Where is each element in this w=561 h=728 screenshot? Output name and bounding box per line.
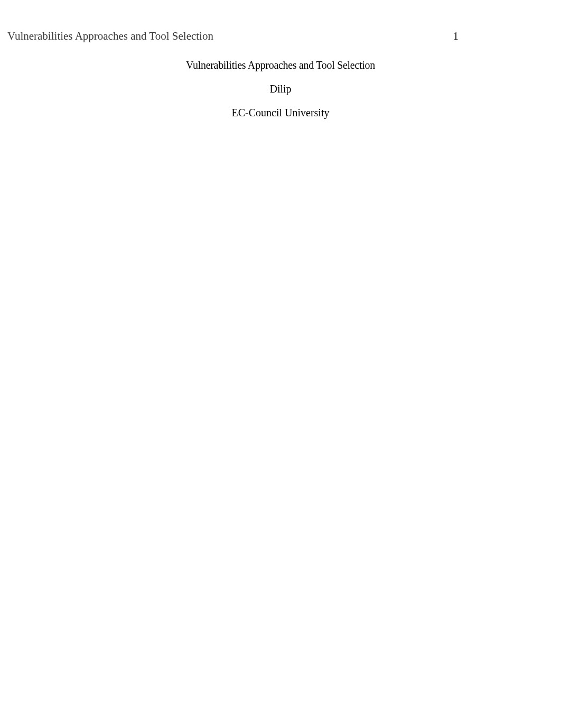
page-header: Vulnerabilities Approaches and Tool Sele…	[7, 30, 554, 43]
document-title: Vulnerabilities Approaches and Tool Sele…	[0, 59, 561, 71]
author-name: Dilip	[0, 83, 561, 95]
institution-name: EC-Council University	[0, 107, 561, 119]
title-page-content: Vulnerabilities Approaches and Tool Sele…	[0, 59, 561, 119]
running-head-text: Vulnerabilities Approaches and Tool Sele…	[7, 30, 213, 43]
page-number: 1	[453, 30, 554, 43]
